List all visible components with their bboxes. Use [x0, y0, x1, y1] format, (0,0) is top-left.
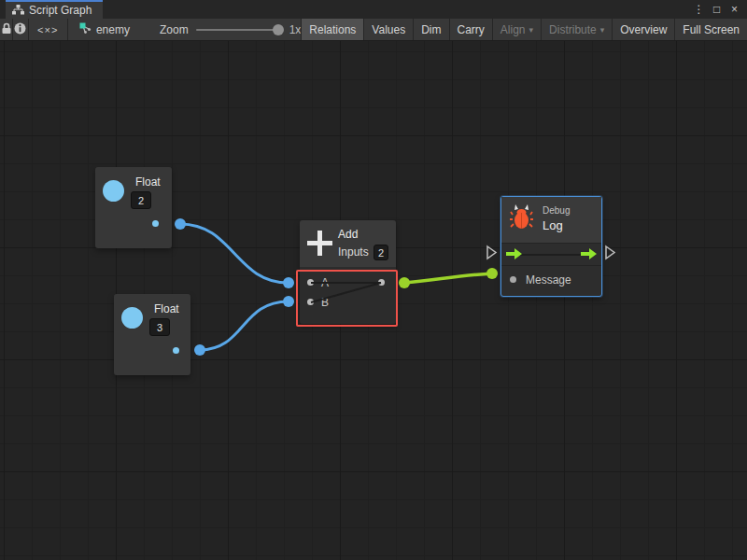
bug-icon: [510, 203, 533, 235]
port-a-label: A: [321, 276, 329, 289]
zoom-label: Zoom: [160, 23, 189, 36]
wire-endpoint: [175, 218, 186, 230]
wire-add-to-message[interactable]: [404, 273, 492, 283]
wire-float2-to-add-b[interactable]: [200, 301, 289, 350]
distribute-dropdown[interactable]: Distribute▾: [541, 19, 612, 40]
flow-row: [501, 244, 601, 266]
window-controls: ⋮ □ ×: [692, 0, 747, 19]
code-icon: <×>: [37, 24, 58, 35]
sum-output-port[interactable]: [378, 279, 385, 286]
lock-icon: [1, 22, 12, 37]
node-title: Float: [135, 175, 161, 189]
input-port-b[interactable]: [307, 299, 314, 305]
add-node-body: A B: [300, 267, 396, 324]
debug-node-header: Debug Log: [501, 197, 601, 244]
float-node-1[interactable]: Float 2: [95, 167, 172, 248]
zoom-slider-handle[interactable]: [273, 24, 284, 35]
node-title: Log: [543, 218, 563, 232]
zoom-control: Zoom 1x: [139, 19, 301, 40]
message-row: Message: [501, 266, 601, 296]
maximize-icon[interactable]: □: [710, 0, 724, 19]
add-node[interactable]: Add Inputs 2 A B: [300, 220, 396, 324]
chevron-down-icon: ▾: [600, 25, 605, 35]
wire-endpoint: [486, 268, 498, 279]
flow-input-port-icon[interactable]: [506, 247, 522, 264]
info-button[interactable]: [13, 19, 28, 40]
node-title: Float: [154, 302, 179, 315]
title-bar: Script Graph ⋮ □ ×: [0, 0, 747, 19]
inputs-label: Inputs: [338, 245, 369, 259]
menu-icon[interactable]: ⋮: [692, 0, 706, 19]
inputs-count-field[interactable]: 2: [374, 245, 388, 260]
add-node-header: Add Inputs 2: [300, 220, 396, 267]
message-label: Message: [526, 273, 571, 287]
external-flow-in-triangle[interactable]: [487, 246, 496, 259]
float-value-icon: [103, 180, 124, 202]
graph-toolbar: <×> enemy Zoom 1x Relations Values: [0, 19, 747, 41]
values-button[interactable]: Values: [363, 19, 413, 40]
carry-button[interactable]: Carry: [449, 19, 492, 40]
float-output-port[interactable]: [173, 347, 179, 354]
overview-button[interactable]: Overview: [612, 19, 674, 40]
info-icon: [14, 22, 26, 37]
node-category: Debug: [543, 205, 570, 216]
debug-log-node[interactable]: Debug Log Message: [500, 196, 602, 297]
wire-float1-to-add-a[interactable]: [180, 224, 289, 283]
script-graph-asset-icon: [79, 22, 92, 36]
full-screen-button[interactable]: Full Screen: [674, 19, 747, 40]
close-icon[interactable]: ×: [727, 0, 741, 19]
port-b-label: B: [321, 296, 329, 309]
toolbar-buttons: Relations Values Dim Carry Align▾ Distri…: [301, 19, 747, 40]
float-value-field[interactable]: 3: [149, 318, 170, 336]
tab-title: Script Graph: [29, 4, 92, 17]
breadcrumb-label: enemy: [96, 23, 130, 36]
float-value-field[interactable]: 2: [131, 191, 151, 209]
input-port-a[interactable]: [307, 279, 314, 286]
wire-endpoint: [399, 277, 410, 288]
chevron-down-icon: ▾: [529, 25, 534, 35]
node-title: Add: [338, 228, 358, 241]
tab-script-graph[interactable]: Script Graph: [6, 0, 103, 19]
float-value-icon: [121, 307, 143, 329]
relations-button[interactable]: Relations: [301, 19, 363, 40]
flow-relation-line: [520, 254, 583, 256]
float-node-2[interactable]: Float 3: [114, 294, 190, 375]
float-output-port[interactable]: [152, 220, 159, 227]
dim-button[interactable]: Dim: [413, 19, 448, 40]
zoom-slider[interactable]: [196, 29, 282, 31]
zoom-value: 1x: [289, 23, 302, 36]
graph-canvas[interactable]: Float 2 Float 3 Add Inputs 2 A B: [0, 41, 747, 560]
wire-endpoint: [194, 344, 205, 356]
wire-endpoint: [283, 277, 294, 288]
message-input-port[interactable]: [510, 276, 516, 283]
graph-hierarchy-icon: [12, 2, 24, 19]
align-dropdown[interactable]: Align▾: [492, 19, 541, 40]
wire-endpoint: [283, 296, 294, 307]
code-view-button[interactable]: <×>: [29, 19, 68, 40]
external-flow-out-triangle[interactable]: [606, 246, 614, 259]
script-graph-window: Script Graph ⋮ □ ×: [0, 0, 747, 560]
flow-output-port-icon[interactable]: [581, 247, 597, 264]
breadcrumb[interactable]: enemy: [68, 19, 139, 40]
plus-icon: [307, 231, 332, 256]
lock-button[interactable]: [0, 19, 13, 40]
